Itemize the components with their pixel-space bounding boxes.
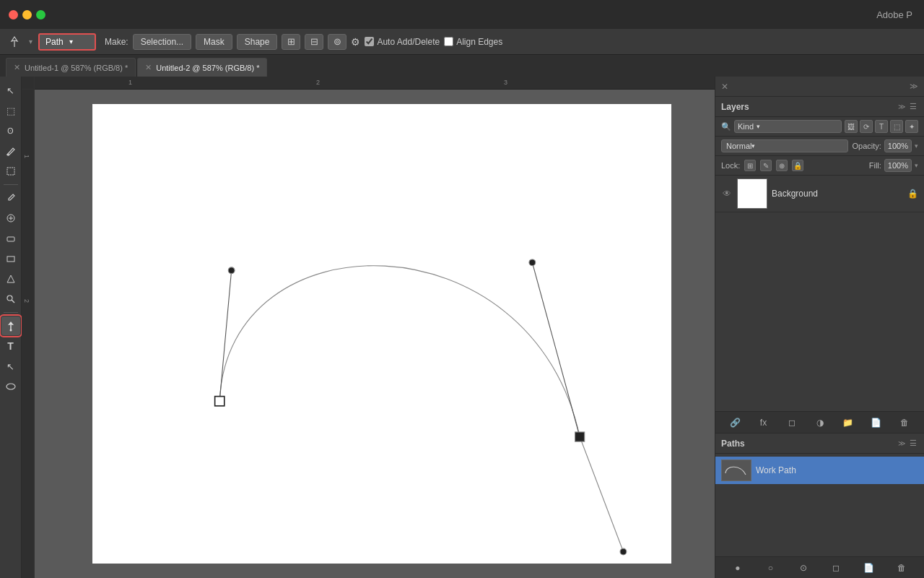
shape-rect-tool[interactable] xyxy=(1,249,20,268)
fill-value[interactable]: 100% xyxy=(884,159,912,172)
delete-path-icon[interactable]: 🗑 xyxy=(894,560,910,576)
link-layers-icon[interactable]: 🔗 xyxy=(728,415,744,431)
layers-panel-title: Layers xyxy=(721,102,749,112)
fill-row: Fill: 100% ▾ xyxy=(869,159,918,172)
layers-lock-row: Lock: ⊞ ✎ ⊕ 🔒 Fill: 100% ▾ xyxy=(715,156,924,176)
pixel-filter-icon[interactable]: 🖼 xyxy=(845,120,858,133)
auto-add-delete-wrap: Auto Add/Delete xyxy=(365,37,440,47)
canvas[interactable] xyxy=(92,104,671,564)
shape-filter-icon[interactable]: ⬚ xyxy=(890,120,903,133)
paths-panel-header: Paths ≫ ☰ xyxy=(715,434,924,454)
toolbar: ↖ ⬚ ʘ xyxy=(0,77,22,578)
tab-close-2[interactable]: ✕ xyxy=(145,63,152,72)
path-thumbnail-work-path xyxy=(721,460,751,481)
tool-mode-dropdown[interactable]: Path xyxy=(38,33,96,51)
tabs-bar: ✕ Untitled-1 @ 587% (RGB/8) * ✕ Untitled… xyxy=(0,55,924,77)
eraser-tool[interactable] xyxy=(1,229,20,248)
spot-heal-tool[interactable] xyxy=(1,209,20,228)
marquee-tool[interactable]: ⬚ xyxy=(1,101,20,120)
shape-button[interactable]: Shape xyxy=(237,34,278,50)
new-layer-icon[interactable]: 📄 xyxy=(868,415,884,431)
add-mask-icon[interactable]: ◻ xyxy=(784,415,800,431)
lock-move-icon[interactable]: ⊕ xyxy=(776,160,788,171)
tab-untitled-2[interactable]: ✕ Untitled-2 @ 587% (RGB/8) * xyxy=(137,58,267,77)
layers-panel: Layers ≫ ☰ 🔍 Kind 🖼 ⟳ T ⬚ ✦ xyxy=(715,97,924,434)
paths-list: Work Path xyxy=(715,454,924,556)
paths-bottom-bar: ● ○ ⊙ ◻ 📄 🗑 xyxy=(715,556,924,578)
blend-mode-dropdown[interactable]: Normal xyxy=(721,139,848,152)
mask-button[interactable]: Mask xyxy=(196,34,232,50)
lasso-tool[interactable]: ʘ xyxy=(1,121,20,140)
svg-point-16 xyxy=(228,267,235,274)
move-tool[interactable]: ↖ xyxy=(1,81,20,100)
gear-icon[interactable]: ⚙ xyxy=(351,36,360,48)
path-thumbnail-svg xyxy=(723,460,750,480)
type-filter-icon[interactable]: T xyxy=(875,120,888,133)
maximize-button[interactable] xyxy=(36,10,45,20)
svg-rect-7 xyxy=(7,256,14,262)
panel-double-arrow[interactable]: ≫ xyxy=(910,82,918,91)
make-label: Make: xyxy=(105,37,128,47)
main-layout: ↖ ⬚ ʘ xyxy=(0,77,924,578)
smart-filter-icon[interactable]: ✦ xyxy=(905,120,918,133)
subtract-paths-icon[interactable]: ⊟ xyxy=(305,34,323,50)
eyedropper-tool[interactable] xyxy=(1,189,20,207)
tab-untitled-1[interactable]: ✕ Untitled-1 @ 587% (RGB/8) * xyxy=(6,58,136,77)
delete-layer-icon[interactable]: 🗑 xyxy=(897,415,912,431)
add-fx-icon[interactable]: fx xyxy=(756,415,772,431)
path-to-selection-icon[interactable]: ⊙ xyxy=(796,560,811,576)
lock-all-icon[interactable]: 🔒 xyxy=(792,160,803,171)
svg-line-15 xyxy=(532,262,580,436)
panel-close-bar: ✕ ≫ xyxy=(715,77,924,97)
combine-paths-icon[interactable]: ⊞ xyxy=(282,34,300,50)
layers-expand-btn[interactable]: ≫ xyxy=(898,103,905,111)
stroke-path-icon[interactable]: ○ xyxy=(762,560,778,576)
pen-tool[interactable] xyxy=(1,316,20,335)
type-tool[interactable]: T xyxy=(1,337,20,355)
path-name-work-path: Work Path xyxy=(756,465,796,475)
kind-filter-dropdown[interactable]: Kind xyxy=(734,120,842,133)
pen-tool-options-icon[interactable] xyxy=(6,33,23,51)
selection-button[interactable]: Selection... xyxy=(133,34,191,50)
svg-point-20 xyxy=(620,548,627,555)
lock-pixels-icon[interactable]: ⊞ xyxy=(744,160,756,171)
path-item-work-path[interactable]: Work Path xyxy=(715,457,924,484)
ruler-mark-2: 2 xyxy=(316,79,320,86)
lock-position-icon[interactable]: ✎ xyxy=(760,160,772,171)
adjust-filter-icon[interactable]: ⟳ xyxy=(860,120,873,133)
new-path-icon[interactable]: 📄 xyxy=(861,560,877,576)
fill-path-icon[interactable]: ● xyxy=(730,560,746,576)
align-layers-icon[interactable]: ⊚ xyxy=(328,34,346,50)
auto-add-delete-checkbox[interactable] xyxy=(365,37,374,46)
layers-menu-btn[interactable]: ☰ xyxy=(908,102,918,112)
paths-menu-btn[interactable]: ☰ xyxy=(908,439,918,449)
opacity-dropdown-arrow[interactable]: ▾ xyxy=(915,142,918,150)
minimize-button[interactable] xyxy=(22,10,32,20)
layer-thumbnail-background xyxy=(737,178,767,209)
align-edges-checkbox[interactable] xyxy=(444,37,453,46)
svg-point-13 xyxy=(6,384,15,389)
adjustment-icon[interactable]: ◑ xyxy=(812,415,828,431)
close-button[interactable] xyxy=(9,10,18,20)
path-selection-tool[interactable]: ↖ xyxy=(1,357,20,376)
layer-visibility-eye[interactable]: 👁 xyxy=(721,188,733,199)
brush-tool[interactable] xyxy=(1,142,20,160)
group-icon[interactable]: 📁 xyxy=(840,415,856,431)
tab-close-1[interactable]: ✕ xyxy=(14,63,20,72)
ruler-mark-1: 1 xyxy=(128,79,132,86)
ellipse-tool[interactable] xyxy=(1,377,20,396)
panel-collapse-icon[interactable]: ✕ xyxy=(721,82,728,92)
paths-expand-btn[interactable]: ≫ xyxy=(898,439,905,447)
opacity-value[interactable]: 100% xyxy=(884,139,912,152)
canvas-wrapper[interactable] xyxy=(35,90,715,578)
options-bar: ▾ Path Make: Selection... Mask Shape ⊞ ⊟… xyxy=(0,29,924,55)
layers-bottom-bar: 🔗 fx ◻ ◑ 📁 📄 🗑 xyxy=(715,411,924,433)
transform-tool[interactable] xyxy=(1,162,20,181)
layer-item-background[interactable]: 👁 Background 🔒 xyxy=(715,176,924,212)
mask-from-path-icon[interactable]: ◻ xyxy=(828,560,844,576)
zoom-tool[interactable] xyxy=(1,290,20,309)
fill-dropdown-arrow[interactable]: ▾ xyxy=(915,162,918,169)
ruler-mark-3: 3 xyxy=(504,79,507,86)
gradient-tool[interactable] xyxy=(1,269,20,288)
ruler-corner xyxy=(22,77,35,90)
